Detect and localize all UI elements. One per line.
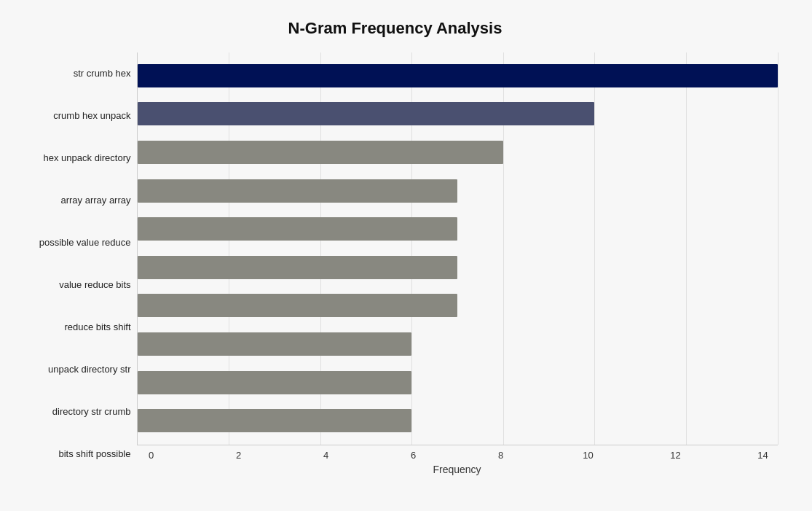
- x-axis-title: Frequency: [137, 464, 778, 475]
- x-axis-label: 8: [486, 450, 516, 461]
- x-axis-label: 4: [312, 450, 341, 461]
- bar: [138, 332, 412, 356]
- bar: [138, 371, 412, 394]
- y-axis-label: bits shift possible: [59, 448, 131, 460]
- bar-row: [138, 254, 778, 281]
- chart-title: N-Gram Frequency Analysis: [13, 19, 778, 38]
- bar-row: [138, 370, 778, 396]
- bars-wrapper: [138, 52, 778, 445]
- bar: [138, 179, 458, 203]
- bar: [138, 141, 503, 164]
- bar-row: [138, 407, 778, 434]
- chart-container: N-Gram Frequency Analysis str crumb hexc…: [6, 4, 807, 507]
- grid-and-bars: [137, 52, 778, 445]
- bar-row: [138, 331, 778, 357]
- x-axis-label: 12: [661, 450, 690, 461]
- bar: [138, 217, 458, 241]
- x-axis-labels: 02468101214: [137, 450, 778, 461]
- y-axis-label: crumb hex unpack: [53, 110, 130, 122]
- y-axis-label: reduce bits shift: [64, 321, 130, 333]
- y-axis-label: possible value reduce: [39, 237, 131, 249]
- bar: [138, 294, 458, 317]
- plot-area: 02468101214 Frequency: [137, 52, 778, 475]
- bar-row: [138, 139, 778, 165]
- bar-row: [138, 178, 778, 204]
- y-axis-label: str crumb hex: [74, 68, 131, 79]
- x-axis-label: 6: [399, 450, 428, 461]
- grid-line: [778, 52, 779, 445]
- y-axis-label: value reduce bits: [59, 279, 130, 291]
- x-axis-label: 10: [574, 450, 603, 461]
- bar: [138, 409, 412, 432]
- bar: [138, 64, 778, 87]
- bar-row: [138, 63, 778, 89]
- x-axis-label: 14: [749, 450, 778, 461]
- y-axis-label: directory str crumb: [52, 406, 131, 418]
- chart-area: str crumb hexcrumb hex unpackhex unpack …: [13, 52, 778, 475]
- y-axis-label: unpack directory str: [48, 364, 130, 375]
- bar: [138, 256, 458, 279]
- bar: [138, 102, 595, 125]
- x-axis-label: 0: [137, 450, 166, 461]
- y-axis-label: array array array: [60, 195, 130, 206]
- bar-row: [138, 101, 778, 127]
- y-axis-labels: str crumb hexcrumb hex unpackhex unpack …: [13, 52, 137, 475]
- bar-row: [138, 292, 778, 319]
- bar-row: [138, 216, 778, 242]
- y-axis-label: hex unpack directory: [44, 152, 131, 164]
- x-axis-label: 2: [224, 450, 253, 461]
